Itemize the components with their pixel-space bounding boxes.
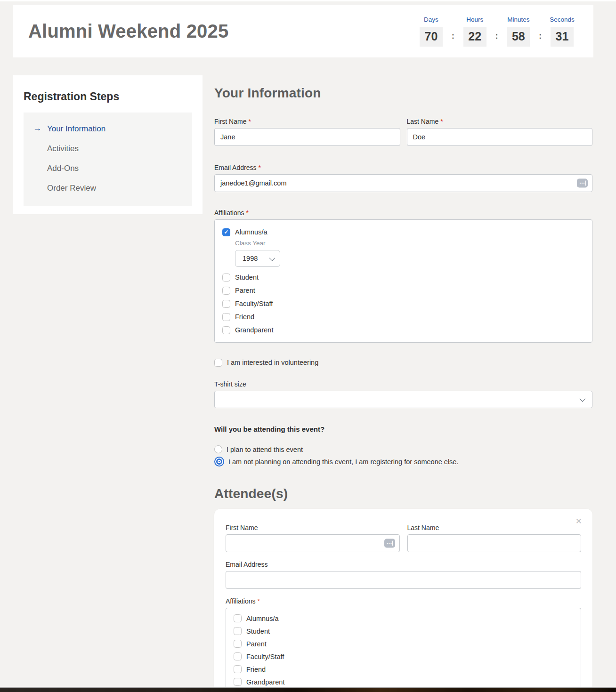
step-label: Your Information <box>47 124 105 133</box>
affiliation-checkbox-faculty-staff[interactable]: Faculty/Staff <box>222 297 584 310</box>
autofill-dots: ••• <box>387 541 392 545</box>
attendee-email-input[interactable] <box>226 571 581 589</box>
section-title: Your Information <box>214 86 592 101</box>
autofill-icon[interactable]: ••• <box>577 179 588 188</box>
arrow-right-icon: → <box>33 123 41 133</box>
last-name-field-group: Last Name * <box>407 118 593 146</box>
volunteer-checkbox[interactable]: I am interested in volunteering <box>214 356 592 369</box>
registration-steps-title: Registration Steps <box>24 90 192 103</box>
checkbox-label: Grandparent <box>246 678 284 686</box>
required-marker: * <box>440 118 443 125</box>
countdown-separator: : <box>452 26 454 46</box>
attendee-name-row: First Name ••• Last Name <box>226 524 581 552</box>
label-text: Affiliations <box>214 209 244 217</box>
checkbox-unchecked[interactable] <box>234 678 242 686</box>
affiliation-checkbox-alumnus[interactable]: ✓ Alumnus/a <box>222 225 584 239</box>
your-information-section: Your Information First Name * Last Name … <box>214 75 592 692</box>
attendee-affiliation-checkbox-parent[interactable]: Parent <box>234 637 573 650</box>
sidebar-item-order-review[interactable]: Order Review <box>24 178 192 198</box>
checkbox-unchecked[interactable] <box>222 287 230 295</box>
checkbox-label: Student <box>246 628 270 635</box>
label-text: Last Name <box>407 118 439 125</box>
affiliation-checkbox-friend[interactable]: Friend <box>222 310 584 323</box>
countdown-minutes-label: Minutes <box>507 16 529 23</box>
affiliations-label: Affiliations * <box>214 209 592 217</box>
class-year-group: Class Year 1998 <box>235 239 584 271</box>
check-icon: ✓ <box>224 229 228 235</box>
countdown-days-label: Days <box>424 16 438 23</box>
close-icon[interactable]: ✕ <box>575 517 582 525</box>
checkbox-label: Student <box>235 274 259 281</box>
radio-plan-to-attend[interactable]: I plan to attend this event <box>214 445 592 453</box>
attendee-first-name-input[interactable] <box>226 534 400 552</box>
checkbox-label: Grandparent <box>235 326 273 334</box>
class-year-value: 1998 <box>243 255 258 262</box>
checkbox-unchecked[interactable] <box>222 300 230 308</box>
affiliation-checkbox-student[interactable]: Student <box>222 271 584 284</box>
checkbox-unchecked[interactable] <box>234 640 242 648</box>
chevron-down-icon <box>269 255 276 261</box>
attendee-affiliation-checkbox-student[interactable]: Student <box>234 625 573 637</box>
checkbox-label: I am interested in volunteering <box>227 359 318 366</box>
autofill-icon[interactable]: ••• <box>384 539 395 548</box>
attendee-last-name-input[interactable] <box>407 534 582 552</box>
attendee-affiliation-checkbox-grandparent[interactable]: Grandparent <box>234 676 573 688</box>
checkbox-unchecked[interactable] <box>214 359 222 367</box>
chevron-down-icon <box>580 396 586 402</box>
first-name-input[interactable] <box>214 128 400 146</box>
countdown-days-value: 70 <box>420 27 443 47</box>
class-year-select[interactable]: 1998 <box>235 250 280 267</box>
checkbox-checked[interactable]: ✓ <box>222 228 230 236</box>
attendee-affiliation-checkbox-faculty-staff[interactable]: Faculty/Staff <box>234 650 573 663</box>
checkbox-label: Friend <box>246 666 266 673</box>
step-label: Order Review <box>47 184 96 193</box>
attendee-first-name-label: First Name <box>226 524 400 531</box>
required-marker: * <box>246 209 249 217</box>
attendee-last-name-label: Last Name <box>407 524 582 531</box>
radio-disc <box>216 459 222 465</box>
email-input[interactable] <box>214 174 592 192</box>
sidebar-item-add-ons[interactable]: Add-Ons <box>24 159 192 178</box>
attendee-affiliations-label: Affiliations * <box>226 597 581 605</box>
radio-not-attending[interactable]: I am not planning on attending this even… <box>214 457 592 467</box>
bottom-desktop-strip <box>0 687 616 692</box>
checkbox-unchecked[interactable] <box>222 313 230 321</box>
required-marker: * <box>258 164 260 171</box>
sidebar-item-your-information[interactable]: → Your Information <box>24 119 192 139</box>
attendee-affiliation-checkbox-alumnus[interactable]: Alumnus/a <box>234 612 573 625</box>
sidebar-item-activities[interactable]: Activities <box>24 139 192 159</box>
countdown-separator: : <box>495 26 498 46</box>
step-label: Add-Ons <box>47 164 79 173</box>
countdown-minutes-value: 58 <box>507 27 530 47</box>
checkbox-label: Faculty/Staff <box>246 653 284 660</box>
checkbox-unchecked[interactable] <box>222 326 230 334</box>
countdown-seconds-value: 31 <box>551 27 574 47</box>
affiliation-checkbox-parent[interactable]: Parent <box>222 284 584 297</box>
radio-selected[interactable] <box>214 457 224 467</box>
checkbox-label: Alumnus/a <box>246 615 279 622</box>
label-text: Email Address <box>226 561 267 568</box>
last-name-input[interactable] <box>407 128 593 146</box>
attending-question: Will you be attending this event? <box>214 425 592 433</box>
checkbox-unchecked[interactable] <box>222 274 230 282</box>
checkbox-label: Friend <box>235 313 254 321</box>
required-marker: * <box>258 597 260 605</box>
attendee-affiliation-checkbox-friend[interactable]: Friend <box>234 663 573 676</box>
checkbox-unchecked[interactable] <box>234 652 242 660</box>
affiliation-checkbox-grandparent[interactable]: Grandparent <box>222 323 584 337</box>
checkbox-unchecked[interactable] <box>234 614 242 622</box>
affiliations-box: ✓ Alumnus/a Class Year 1998 Student <box>214 219 592 343</box>
radio-unselected[interactable] <box>214 445 222 453</box>
bottom-dark-bar <box>0 688 616 692</box>
checkbox-label: Parent <box>246 640 267 648</box>
attendee-first-name-group: First Name ••• <box>226 524 400 552</box>
tshirt-size-select[interactable] <box>214 391 592 408</box>
email-field-group: Email Address * ••• <box>214 164 592 192</box>
checkbox-unchecked[interactable] <box>234 627 242 635</box>
step-label: Activities <box>47 144 79 153</box>
radio-dot <box>219 461 220 463</box>
checkbox-unchecked[interactable] <box>234 665 242 673</box>
autofill-dots: ••• <box>580 181 585 185</box>
checkbox-label: Alumnus/a <box>235 228 267 236</box>
label-text: T-shirt size <box>214 380 246 388</box>
